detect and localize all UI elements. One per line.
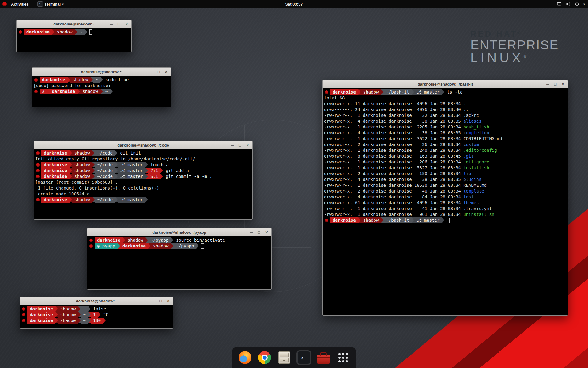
maximize-button[interactable]: □ [554,82,556,86]
terminal-window-home-2[interactable]: darknoise@shadow:~ ─ □ ✕ darknoiseshadow… [20,297,173,329]
window-titlebar[interactable]: darknoise@shadow:~ ─ □ ✕ [32,68,171,76]
powerline-arrow [70,150,72,156]
terminal-content[interactable]: darknoiseshadow~/pyapp source bin/activa… [87,236,271,289]
terminal-text: total 68 [324,95,345,101]
redhat-prompt-icon [325,219,328,222]
close-button[interactable]: ✕ [125,22,128,26]
redhat-prompt-icon [34,90,38,93]
prompt-segment-path: ~ [77,29,85,35]
terminal-line: drwxrwxr-x. 4 darknoise darknoise 38 Jan… [324,130,567,136]
brand-line3: LINUX [470,51,524,65]
window-titlebar[interactable]: darknoise@shadow:~/code ─ □ ✕ [34,141,252,150]
window-titlebar[interactable]: darknoise@shadow:~ ─ □ ✕ [20,297,173,305]
maximize-button[interactable]: □ [118,22,120,26]
powerline-arrow [85,29,87,35]
terminal-text: drwxrwxr-x. 2 darknoise darknoise 26 Jan… [324,142,463,148]
close-button[interactable]: ✕ [167,299,170,303]
terminal-window-pyapp[interactable]: darknoise@shadow:~/pyapp ─ □ ✕ darknoise… [87,228,272,290]
powerline-arrow [70,174,72,179]
prompt-segment-path: ~/bash-it [383,89,412,95]
powerline-arrow [442,217,444,223]
terminal-window-home-1[interactable]: darknoise@shadow:~ ─ □ ✕ darknoiseshadow… [16,20,132,52]
terminal-cursor [447,218,450,223]
window-titlebar[interactable]: darknoise@shadow:~ ─ □ ✕ [17,20,131,29]
prompt-segment-user: darknoise [120,243,148,249]
terminal-content[interactable]: darknoiseshadow~ [17,28,131,52]
prompt-segment-host: shadow [72,197,92,203]
powerline-arrow [145,237,148,243]
power-icon[interactable] [575,2,579,6]
terminal-content[interactable]: darknoiseshadow~/bash-it⎇ master ls -lat… [323,88,568,315]
registered-mark: ® [524,54,530,59]
terminal-line: Initialized empty Git repository in /hom… [35,156,251,162]
chevron-down-icon[interactable]: ▾ [583,2,585,6]
dock-item-files[interactable] [277,350,292,365]
registered-mark: ® [517,30,522,35]
powerline-arrow [55,318,58,323]
terminal-text: .git [463,153,474,159]
terminal-cursor [150,197,153,202]
terminal-line: drwxrwxr-x. 4 darknoise darknoise 38 Jan… [324,177,567,182]
close-button[interactable]: ✕ [265,230,268,235]
volume-icon[interactable] [566,2,571,6]
terminal-content[interactable]: darknoiseshadow~ falsedarknoiseshadow~1 … [20,305,173,328]
prompt-segment-host: shadow [72,168,92,174]
terminal-text: drwxrwxr-x. 11 darknoise darknoise 4096 … [324,101,463,107]
dock-item-toolbox[interactable] [316,350,331,365]
redhat-prompt-icon [36,175,40,178]
terminal-text: drwxrwxr-x. 61 darknoise darknoise 4096 … [324,200,463,206]
minimize-button[interactable]: ─ [231,143,234,148]
terminal-text: Initialized empty Git repository in /hom… [35,156,195,162]
dock-item-terminal[interactable]: >_ [296,350,311,365]
terminal-window-sudo[interactable]: darknoise@shadow:~ ─ □ ✕ darknoiseshadow… [32,67,171,107]
minimize-button[interactable]: ─ [152,299,154,303]
powerline-arrow [70,162,72,167]
terminal-cursor [115,89,118,94]
powerline-arrow [88,318,91,323]
powerline-arrow [145,174,148,179]
terminal-line: darknoiseshadow~/bash-it⎇ master [324,217,567,223]
window-titlebar[interactable]: darknoise@shadow:~/bash-it ─ □ ✕ [323,80,568,89]
maximize-button[interactable]: □ [258,230,260,235]
window-title: darknoise@shadow:~ [76,299,117,303]
terminal-line: drwxrwxr-x. 61 darknoise darknoise 4096 … [324,200,567,206]
terminal-window-code[interactable]: darknoise@shadow:~/code ─ □ ✕ darknoises… [34,141,253,220]
powerline-arrow [123,237,125,243]
window-titlebar[interactable]: darknoise@shadow:~/pyapp ─ □ ✕ [87,228,271,237]
terminal-line: -rwxrwxr-x. 1 darknoise darknoise 5327 J… [324,165,567,171]
screen-icon[interactable] [557,2,562,6]
minimize-button[interactable]: ─ [546,82,549,86]
terminal-line: -rw-rw-r--. 1 darknoise darknoise 41 Jan… [324,206,567,212]
minimize-button[interactable]: ─ [149,70,152,74]
dock-item-app-grid[interactable] [336,350,350,365]
terminal-content[interactable]: darknoiseshadow~ sudo true[sudo] passwor… [32,76,171,107]
terminal-text: ls -la [444,89,462,95]
dock-item-firefox[interactable] [238,350,252,365]
terminal-content[interactable]: darknoiseshadow~/code git initInitialize… [34,149,252,219]
minimize-button[interactable]: ─ [250,230,253,235]
prompt-segment-path: ~ [81,312,88,318]
terminal-line: -rwxrwxr-x. 1 darknoise darknoise 240 Ja… [324,148,567,153]
terminal-text: -rw-rw-r--. 1 darknoise darknoise 22 Jan… [324,113,463,118]
prompt-segment-status: ?:1 [148,168,160,174]
redhat-prompt-icon [36,169,40,172]
dock-item-chrome[interactable] [257,350,272,365]
maximize-button[interactable]: □ [239,143,241,148]
close-button[interactable]: ✕ [561,82,565,86]
maximize-button[interactable]: □ [159,299,162,303]
maximize-button[interactable]: □ [157,70,160,74]
close-button[interactable]: ✕ [164,70,168,74]
prompt-segment-path: ~/code [95,168,115,174]
terminal-text: drwx------. 24 darknoise darknoise 4096 … [324,107,463,113]
powerline-arrow [92,168,95,173]
terminal-line: total 68 [324,95,567,101]
clock[interactable]: Sat 03:57 [285,2,303,6]
close-button[interactable]: ✕ [246,143,249,148]
minimize-button[interactable]: ─ [110,22,113,26]
activities-button[interactable]: Activities [9,2,31,6]
prompt-segment-path: ~/bash-it [383,217,412,223]
redhat-prompt-icon [36,198,40,201]
terminal-window-bash-it[interactable]: darknoise@shadow:~/bash-it ─ □ ✕ darknoi… [322,80,568,316]
app-menu[interactable]: >_ Terminal ▾ [37,1,64,7]
terminal-line: drwxrwxr-x. 2 darknoise darknoise 26 Jan… [324,142,567,148]
